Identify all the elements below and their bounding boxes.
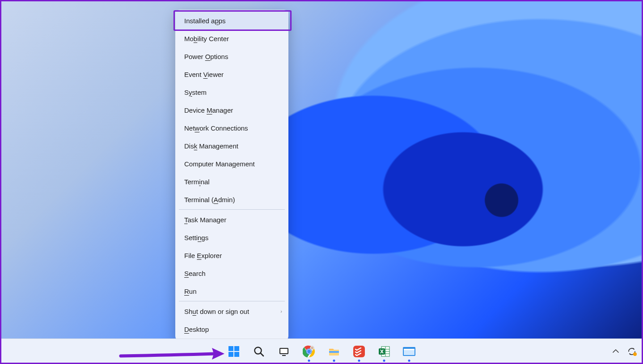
menu-item-settings[interactable]: Settings — [175, 229, 288, 246]
google-chrome-app[interactable] — [302, 345, 316, 358]
menu-item-label: Computer Management — [184, 160, 255, 168]
excel-icon — [378, 345, 390, 358]
microsoft-excel-app[interactable] — [377, 345, 391, 358]
menu-item-label: Disk Management — [184, 142, 238, 150]
todoist-icon — [353, 345, 365, 358]
desktop-wallpaper — [0, 0, 643, 364]
menu-item-label: Settings — [184, 234, 208, 241]
menu-item-label: File Explorer — [184, 252, 222, 259]
start-button[interactable] — [227, 345, 241, 358]
menu-item-label: Terminal — [184, 178, 210, 186]
menu-divider — [179, 209, 285, 210]
chrome-icon — [303, 345, 315, 358]
svg-rect-7 — [280, 349, 288, 353]
svg-point-14 — [311, 347, 313, 349]
search-button[interactable] — [252, 345, 266, 358]
menu-item-label: Power Options — [184, 53, 228, 60]
menu-item-terminal-admin[interactable]: Terminal (Admin) — [175, 190, 288, 208]
svg-point-27 — [633, 352, 637, 356]
menu-item-mobility-center[interactable]: Mobility Center — [175, 30, 288, 47]
svg-rect-8 — [282, 355, 286, 356]
menu-item-label: Installed apps — [184, 17, 226, 25]
svg-point-12 — [307, 350, 311, 353]
menu-item-task-manager[interactable]: Task Manager — [175, 211, 288, 229]
system-tray — [611, 347, 637, 356]
run-icon — [402, 347, 416, 356]
menu-item-label: System — [184, 89, 207, 96]
menu-item-run[interactable]: Run — [175, 282, 288, 300]
menu-item-installed-apps[interactable]: Installed apps — [175, 12, 288, 30]
menu-item-system[interactable]: System — [175, 83, 288, 101]
menu-item-label: Terminal (Admin) — [184, 196, 235, 203]
menu-item-shutdown[interactable]: Shut down or sign out› — [175, 302, 288, 320]
menu-item-desktop[interactable]: Desktop — [175, 320, 288, 338]
tray-overflow-button[interactable] — [611, 347, 621, 356]
menu-item-disk-management[interactable]: Disk Management — [175, 137, 288, 155]
svg-rect-1 — [234, 346, 239, 351]
search-icon — [253, 346, 265, 357]
menu-item-power-options[interactable]: Power Options — [175, 47, 288, 65]
svg-rect-16 — [329, 351, 339, 353]
menu-item-file-explorer[interactable]: File Explorer — [175, 246, 288, 264]
menu-item-label: Desktop — [184, 326, 209, 333]
menu-item-label: Device Manager — [184, 106, 233, 114]
menu-item-device-manager[interactable]: Device Manager — [175, 101, 288, 119]
menu-divider — [179, 301, 285, 301]
menu-item-label: Task Manager — [184, 216, 226, 224]
menu-item-label: Shut down or sign out — [184, 308, 249, 315]
menu-item-search[interactable]: Search — [175, 264, 288, 282]
svg-rect-2 — [228, 352, 233, 357]
taskbar — [0, 339, 643, 364]
todoist-app[interactable] — [352, 345, 366, 358]
menu-item-terminal[interactable]: Terminal — [175, 173, 288, 190]
run-dialog-app[interactable] — [402, 345, 416, 358]
menu-item-label: Event Viewer — [184, 71, 224, 78]
menu-item-network-connections[interactable]: Network Connections — [175, 119, 288, 137]
start-icon — [228, 345, 240, 358]
windows-update-tray-icon[interactable] — [627, 347, 637, 356]
svg-rect-26 — [404, 349, 415, 350]
menu-item-label: Search — [184, 270, 206, 277]
start-context-menu: Installed appsMobility CenterPower Optio… — [175, 10, 288, 341]
file-explorer-app[interactable] — [327, 345, 341, 358]
menu-item-computer-management[interactable]: Computer Management — [175, 155, 288, 173]
svg-rect-0 — [228, 346, 233, 351]
menu-item-event-viewer[interactable]: Event Viewer — [175, 65, 288, 83]
explorer-icon — [328, 345, 340, 358]
taskbar-center-apps — [227, 345, 416, 358]
menu-item-label: Run — [184, 288, 197, 295]
svg-line-5 — [261, 353, 263, 356]
menu-item-label: Network Connections — [184, 124, 248, 132]
task-view-button[interactable] — [277, 345, 291, 358]
menu-item-label: Mobility Center — [184, 35, 229, 42]
chevron-right-icon: › — [280, 309, 282, 314]
svg-rect-3 — [234, 352, 239, 357]
taskview-icon — [278, 346, 290, 357]
